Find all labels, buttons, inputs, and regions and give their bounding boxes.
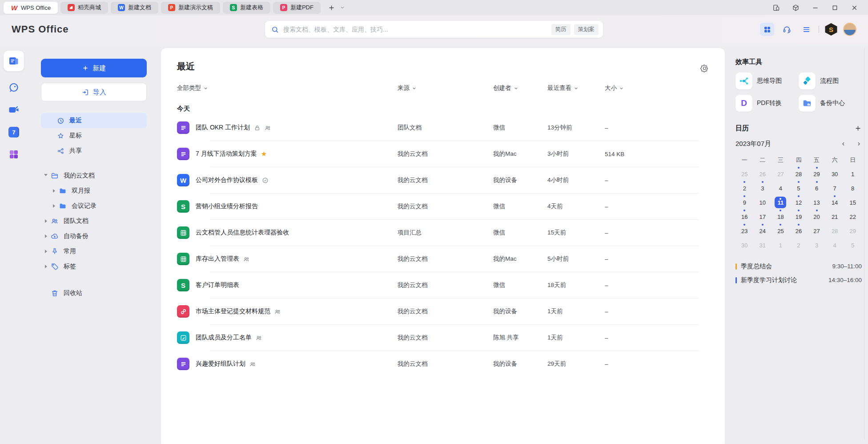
calendar-day[interactable]: 5 xyxy=(844,238,862,252)
file-row[interactable]: 云文档管人员信息统计表理器验收项目汇总微信15天前– xyxy=(177,220,709,246)
calendar-day[interactable]: 7 xyxy=(826,181,844,195)
global-search[interactable]: 简历策划案 xyxy=(265,21,603,38)
close-button[interactable] xyxy=(847,1,862,14)
calendar-day[interactable]: 3 xyxy=(808,238,826,252)
maximize-button[interactable] xyxy=(827,1,842,14)
file-row[interactable]: 库存出入管理表我的云文档我的Mac5小时前– xyxy=(177,246,709,272)
sidebar-item-pin[interactable]: 常用 xyxy=(41,244,147,259)
minimize-button[interactable] xyxy=(808,1,823,14)
menu-button[interactable] xyxy=(799,23,813,36)
search-input[interactable] xyxy=(283,26,548,33)
calendar-day[interactable]: 23 xyxy=(735,224,754,238)
calendar-day[interactable]: 4 xyxy=(826,238,844,252)
calendar-day[interactable]: 9 xyxy=(735,195,754,210)
support-headset-button[interactable] xyxy=(780,23,794,36)
calendar-day[interactable]: 29 xyxy=(844,224,862,238)
calendar-day[interactable]: 31 xyxy=(754,238,772,252)
triangle-right-icon[interactable] xyxy=(41,219,51,223)
calendar-day[interactable]: 11 xyxy=(772,195,790,210)
calendar-day[interactable]: 12 xyxy=(790,195,808,210)
calendar-day[interactable]: 8 xyxy=(844,181,862,195)
calendar-day[interactable]: 25 xyxy=(735,167,754,181)
calendar-day[interactable]: 28 xyxy=(826,224,844,238)
sidebar-item-clock[interactable]: 最近 xyxy=(41,113,147,128)
calendar-day[interactable]: 4 xyxy=(772,181,790,195)
home-grid-button[interactable] xyxy=(760,23,774,36)
triangle-right-icon[interactable] xyxy=(41,250,51,253)
sidebar-item-share[interactable]: 共享 xyxy=(41,143,147,158)
sidebar-item-team[interactable]: 团队文档 xyxy=(41,214,147,229)
file-row[interactable]: 团队 OKR 工作计划团队文档微信13分钟前– xyxy=(177,115,709,141)
tab-wps[interactable]: WWPS Office xyxy=(4,2,58,14)
tool-mindmap[interactable]: 思维导图 xyxy=(735,73,799,89)
calendar-day[interactable]: 30 xyxy=(826,167,844,181)
filter-0[interactable]: 全部类型 xyxy=(177,84,398,92)
tab-presentation[interactable]: P新建演示文稿 xyxy=(161,2,220,14)
tool-backup[interactable]: 备份中心 xyxy=(799,95,862,112)
tab-writer[interactable]: W新建文档 xyxy=(111,2,158,14)
search-tag[interactable]: 策划案 xyxy=(574,24,599,35)
sidebar-item-folder-open[interactable]: 我的云文档 xyxy=(41,168,147,183)
calendar-day[interactable]: 27 xyxy=(772,167,790,181)
calendar-day[interactable]: 20 xyxy=(808,210,826,224)
calendar-day[interactable]: 1 xyxy=(772,238,790,252)
sidebar-item-tag[interactable]: 标签 xyxy=(41,259,147,274)
tool-flowchart[interactable]: 流程图 xyxy=(799,73,862,89)
triangle-right-icon[interactable] xyxy=(41,234,51,238)
calendar-day[interactable]: 5 xyxy=(790,181,808,195)
tab-docer[interactable]: 稻壳商城 xyxy=(60,2,108,14)
search-tag[interactable]: 简历 xyxy=(551,24,571,35)
file-row[interactable]: 7 月线下活动策划方案★我的云文档我的Mac3小时前514 KB xyxy=(177,141,709,167)
filter-3[interactable]: 最近查看 xyxy=(547,84,605,92)
file-row[interactable]: W公司对外合作协议模板我的云文档我的设备4小时前– xyxy=(177,167,709,193)
file-row[interactable]: 团队成员及分工名单我的云文档陈旭 共享1天前– xyxy=(177,325,709,351)
calendar-day[interactable]: 6 xyxy=(808,181,826,195)
sidebar-item-cloud-backup[interactable]: 自动备份 xyxy=(41,229,147,244)
rail-item-apps[interactable] xyxy=(8,149,20,160)
calendar-day[interactable]: 2 xyxy=(735,181,754,195)
calendar-day[interactable]: 29 xyxy=(808,167,826,181)
rail-item-chat[interactable] xyxy=(8,82,20,93)
calendar-day[interactable]: 24 xyxy=(754,224,772,238)
calendar-day[interactable]: 1 xyxy=(844,167,862,181)
new-tab-button[interactable] xyxy=(328,4,335,12)
tab-pdf[interactable]: P新建PDF xyxy=(273,2,321,14)
triangle-right-icon[interactable] xyxy=(49,189,59,193)
sidebar-item-folder-filled[interactable]: 双月报 xyxy=(41,183,147,198)
calendar-day[interactable]: 30 xyxy=(735,238,754,252)
cube-button[interactable] xyxy=(788,1,803,14)
user-avatar[interactable] xyxy=(843,23,856,36)
file-row[interactable]: 市场主体登记提交材料规范我的云文档我的设备1天前– xyxy=(177,299,709,324)
calendar-day[interactable]: 13 xyxy=(808,195,826,210)
rail-item-documents[interactable] xyxy=(4,51,24,71)
sidebar-item-folder-filled[interactable]: 会议记录 xyxy=(41,198,147,214)
calendar-day[interactable]: 26 xyxy=(790,224,808,238)
tool-pdf-convert[interactable]: DPDF转换 xyxy=(735,95,799,112)
calendar-day[interactable]: 16 xyxy=(735,210,754,224)
calendar-day[interactable]: 14 xyxy=(826,195,844,210)
calendar-day[interactable]: 27 xyxy=(808,224,826,238)
rail-item-calendar[interactable]: 7 xyxy=(8,126,20,138)
calendar-day[interactable]: 2 xyxy=(790,238,808,252)
file-row[interactable]: 兴趣爱好组队计划我的云文档我的设备29天前– xyxy=(177,351,709,377)
tab-list-chevron-down-icon[interactable] xyxy=(340,5,345,10)
file-row[interactable]: S营销小组业绩分析报告我的云文档微信4天前– xyxy=(177,194,709,219)
calendar-day[interactable]: 21 xyxy=(826,210,844,224)
sidebar-item-trash[interactable]: 回收站 xyxy=(41,286,147,301)
calendar-day[interactable]: 25 xyxy=(772,224,790,238)
calendar-prev-month-chevron-left-icon[interactable] xyxy=(840,141,846,147)
calendar-day[interactable]: 26 xyxy=(754,167,772,181)
filter-4[interactable]: 大小 xyxy=(605,84,709,92)
filter-2[interactable]: 创建者 xyxy=(493,84,547,92)
calendar-day[interactable]: 18 xyxy=(772,210,790,224)
calendar-next-month-chevron-right-icon[interactable] xyxy=(856,141,862,147)
calendar-day[interactable]: 19 xyxy=(790,210,808,224)
new-document-button[interactable]: 新建 xyxy=(41,59,147,77)
calendar-event[interactable]: 新季度学习计划讨论14:30–16:00 xyxy=(735,273,862,287)
calendar-day[interactable]: 15 xyxy=(844,195,862,210)
rail-item-meeting[interactable] xyxy=(8,104,20,116)
calendar-day[interactable]: 22 xyxy=(844,210,862,224)
triangle-right-icon[interactable] xyxy=(41,265,51,268)
triangle-down-icon[interactable] xyxy=(41,174,51,178)
calendar-day[interactable]: 3 xyxy=(754,181,772,195)
